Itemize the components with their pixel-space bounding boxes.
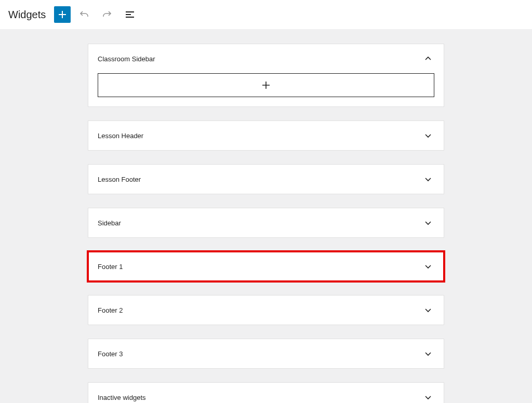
chevron-down-icon [422,129,434,142]
panel-title: Footer 1 [98,263,123,271]
redo-button[interactable] [98,5,116,24]
chevron-down-icon [422,391,434,403]
panel-footer-3: Footer 3 [88,339,444,369]
add-block-button[interactable] [54,6,71,23]
panel-header[interactable]: Footer 3 [88,339,444,368]
panel-header[interactable]: Classroom Sidebar [88,44,444,73]
chevron-down-icon [422,260,434,273]
panel-footer-2: Footer 2 [88,295,444,325]
panel-title: Inactive widgets [98,394,146,401]
redo-icon [101,8,113,21]
undo-button[interactable] [75,5,94,24]
panel-header[interactable]: Lesson Header [88,121,444,150]
chevron-down-icon [422,347,434,360]
plus-icon [56,8,69,21]
page-title: Widgets [8,9,46,21]
chevron-down-icon [422,217,434,229]
panel-header[interactable]: Footer 1 [88,252,444,281]
panel-lesson-header: Lesson Header [88,120,444,151]
plus-icon [260,79,272,91]
chevron-up-icon [422,52,434,65]
panel-header[interactable]: Sidebar [88,208,444,237]
panel-lesson-footer: Lesson Footer [88,164,444,194]
chevron-down-icon [422,173,434,185]
panel-header[interactable]: Footer 2 [88,295,444,325]
list-view-icon [124,8,136,21]
panel-title: Footer 2 [98,306,123,314]
panel-title: Lesson Header [98,132,143,140]
add-block-inline-button[interactable] [98,73,434,97]
panel-inactive-widgets: Inactive widgets [88,382,444,403]
panel-footer-1: Footer 1 [88,251,444,281]
panel-classroom-sidebar: Classroom Sidebar [88,44,444,107]
panel-body [88,73,444,106]
panel-header[interactable]: Lesson Footer [88,165,444,194]
panel-title: Classroom Sidebar [98,55,155,63]
toolbar: Widgets [0,0,532,29]
panel-title: Sidebar [98,219,121,227]
list-view-button[interactable] [121,5,139,24]
widget-areas: Classroom Sidebar Lesson Header Lesson F… [0,29,532,403]
panel-sidebar: Sidebar [88,208,444,238]
panel-title: Footer 3 [98,350,123,358]
chevron-down-icon [422,304,434,316]
panel-title: Lesson Footer [98,176,141,183]
panel-header[interactable]: Inactive widgets [88,383,444,403]
undo-icon [78,8,90,21]
